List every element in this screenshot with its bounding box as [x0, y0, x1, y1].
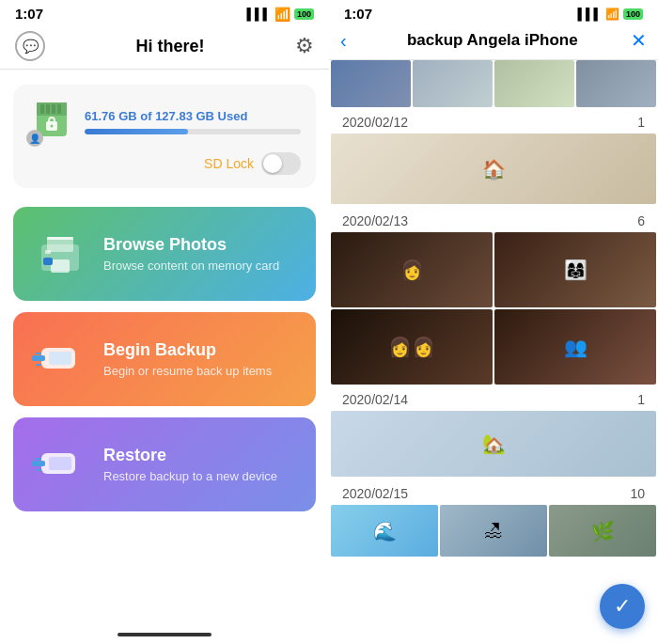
fab-icon: ✓	[614, 594, 631, 619]
photo-thumb[interactable]	[576, 60, 656, 107]
menu-cards: Browse Photos Browse content on memory c…	[0, 197, 329, 521]
svg-rect-22	[36, 469, 41, 471]
battery-badge: 100	[294, 8, 314, 20]
right-title: backup Angela iPhone	[354, 31, 631, 50]
printer-icon	[34, 228, 86, 280]
date-header-0214: 2020/02/14 1	[329, 385, 658, 411]
svg-rect-3	[46, 104, 50, 114]
svg-rect-5	[57, 104, 61, 114]
app-title: Hi there!	[135, 37, 204, 56]
svg-rect-10	[51, 259, 70, 273]
date-count-0213: 6	[637, 213, 645, 228]
photo-row: 🏠	[329, 134, 658, 204]
photo-grid-0215: 🌊 🏖 🌿	[329, 505, 658, 557]
storage-info: 61.76 GB of 127.83 GB Used	[85, 109, 301, 134]
gear-icon[interactable]: ⚙	[295, 34, 314, 58]
date-label-0214: 2020/02/14	[342, 392, 408, 407]
backup-card-title: Begin Backup	[103, 340, 297, 360]
svg-rect-13	[43, 258, 53, 265]
fab-button[interactable]: ✓	[600, 584, 645, 629]
storage-section: 👤 61.76 GB of 127.83 GB Used SD Lock	[13, 85, 316, 188]
sd-lock-label: SD Lock	[204, 156, 254, 171]
date-header-0213: 2020/02/13 6	[329, 206, 658, 232]
date-label-0212: 2020/02/12	[342, 115, 408, 130]
photo-thumb[interactable]	[331, 60, 411, 107]
left-status-bar: 1:07 ▌▌▌ 📶 100	[0, 0, 329, 25]
photo-thumb[interactable]: 🏖	[440, 505, 547, 557]
date-section-0212: 2020/02/12 1 🏠	[329, 107, 658, 204]
right-top-bar: ‹ backup Angela iPhone ✕	[329, 25, 658, 60]
right-battery-badge: 100	[623, 8, 643, 20]
svg-rect-18	[49, 352, 71, 365]
right-time: 1:07	[344, 6, 372, 22]
svg-rect-23	[49, 457, 71, 470]
svg-rect-4	[52, 104, 55, 114]
photo-thumb[interactable]: 👩‍👩‍👧	[494, 232, 656, 307]
close-button[interactable]: ✕	[631, 29, 647, 52]
back-button[interactable]: ‹	[340, 30, 347, 52]
backup-card-text: Begin Backup Begin or resume back up ite…	[103, 340, 297, 378]
photo-grid[interactable]: 2020/02/12 1 🏠 2020/02/13 6 👩 👩‍�	[329, 60, 658, 644]
date-section-0214: 2020/02/14 1 🏡	[329, 385, 658, 477]
browse-icon-wrap	[32, 226, 88, 282]
photo-thumb[interactable]: 🏡	[331, 411, 656, 477]
date-count-0215: 10	[630, 486, 645, 501]
photo-thumb[interactable]: 👥	[494, 309, 656, 385]
right-wifi-icon: 📶	[605, 8, 619, 21]
restore-card[interactable]: Restore Restore backup to a new device	[13, 417, 316, 511]
date-header-0212: 2020/02/12 1	[329, 107, 658, 134]
photo-thumb[interactable]: 🏠	[331, 134, 656, 204]
begin-backup-card[interactable]: Begin Backup Begin or resume back up ite…	[13, 312, 316, 406]
progress-bar-track	[85, 129, 301, 134]
right-status-icons: ▌▌▌ 📶 100	[577, 8, 643, 21]
svg-rect-20	[32, 461, 45, 466]
photo-thumb[interactable]	[413, 60, 493, 107]
svg-rect-2	[40, 104, 44, 114]
sd-lock-toggle[interactable]	[261, 152, 301, 175]
date-label-0215: 2020/02/15	[342, 486, 408, 501]
photo-thumb[interactable]: 👩👩	[331, 309, 493, 385]
browse-photos-card[interactable]: Browse Photos Browse content on memory c…	[13, 207, 316, 301]
svg-rect-12	[47, 237, 73, 240]
photo-grid-0213: 👩 👩‍👩‍👧 👩👩 👥	[329, 232, 658, 385]
svg-rect-16	[36, 353, 41, 354]
right-panel: 1:07 ▌▌▌ 📶 100 ‹ backup Angela iPhone ✕ …	[329, 0, 658, 644]
restore-card-title: Restore	[103, 446, 297, 465]
photo-thumb[interactable]: 👩	[331, 232, 493, 307]
wifi-icon: 📶	[274, 7, 290, 22]
progress-bar-fill	[85, 129, 188, 134]
restore-icon-wrap	[32, 436, 88, 493]
chat-icon[interactable]: 💬	[15, 31, 45, 61]
date-count-0212: 1	[637, 115, 645, 130]
restore-device-icon	[32, 438, 88, 491]
left-status-icons: ▌▌▌ 📶 100	[246, 7, 314, 22]
photo-thumb[interactable]	[494, 60, 574, 107]
right-status-bar: 1:07 ▌▌▌ 📶 100	[329, 0, 658, 25]
top-partial-photos	[329, 60, 658, 107]
svg-rect-11	[45, 250, 51, 254]
storage-row: 👤 61.76 GB of 127.83 GB Used	[28, 98, 301, 145]
left-time: 1:07	[15, 6, 43, 22]
sd-lock-row: SD Lock	[28, 152, 301, 175]
photo-thumb[interactable]: 🌿	[549, 505, 656, 557]
restore-card-subtitle: Restore backup to a new device	[103, 469, 297, 483]
left-panel: 1:07 ▌▌▌ 📶 100 💬 Hi there! ⚙	[0, 0, 329, 644]
date-section-0213: 2020/02/13 6 👩 👩‍👩‍👧 👩👩 👥	[329, 206, 658, 385]
home-indicator	[118, 633, 212, 636]
photo-thumb[interactable]: 🌊	[331, 505, 438, 557]
sd-card-icon-wrap: 👤	[28, 98, 75, 145]
user-avatar: 👤	[26, 130, 43, 147]
usb-device-icon	[32, 333, 88, 385]
svg-point-7	[51, 124, 54, 127]
photo-row-0214: 🏡	[329, 411, 658, 477]
left-top-bar: 💬 Hi there! ⚙	[0, 25, 329, 70]
signal-icon: ▌▌▌	[246, 8, 271, 21]
backup-card-subtitle: Begin or resume back up items	[103, 364, 297, 378]
date-header-0215: 2020/02/15 10	[329, 479, 658, 505]
browse-card-text: Browse Photos Browse content on memory c…	[103, 235, 297, 273]
backup-icon-wrap	[32, 331, 88, 387]
svg-rect-17	[36, 364, 41, 366]
restore-card-text: Restore Restore backup to a new device	[103, 446, 297, 483]
storage-text: 61.76 GB of 127.83 GB Used	[85, 109, 301, 123]
browse-card-title: Browse Photos	[103, 235, 297, 255]
